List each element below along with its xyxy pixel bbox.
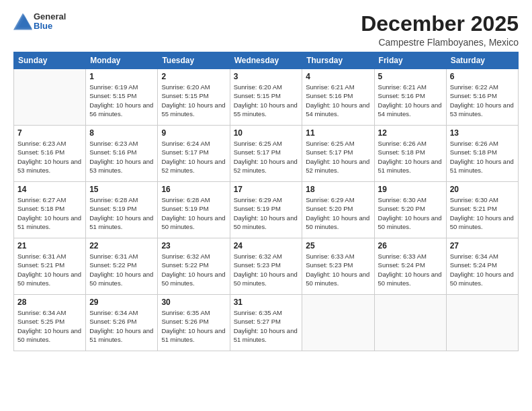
day-number: 31	[234, 298, 299, 307]
day-info: Sunrise: 6:28 AMSunset: 5:19 PMDaylight:…	[161, 195, 226, 231]
calendar-cell: 21Sunrise: 6:31 AMSunset: 5:21 PMDayligh…	[14, 238, 86, 295]
day-info: Sunrise: 6:21 AMSunset: 5:16 PMDaylight:…	[306, 83, 370, 118]
day-info: Sunrise: 6:20 AMSunset: 5:15 PMDaylight:…	[161, 83, 226, 118]
calendar-cell	[446, 295, 518, 351]
day-info: Sunrise: 6:32 AMSunset: 5:22 PMDaylight:…	[161, 252, 226, 287]
day-number: 13	[450, 128, 515, 138]
calendar-cell: 26Sunrise: 6:33 AMSunset: 5:24 PMDayligh…	[374, 238, 446, 295]
day-number: 19	[378, 185, 443, 194]
day-number: 8	[89, 128, 154, 138]
day-info: Sunrise: 6:33 AMSunset: 5:23 PMDaylight:…	[306, 252, 370, 287]
calendar-cell: 14Sunrise: 6:27 AMSunset: 5:18 PMDayligh…	[14, 182, 86, 238]
col-header-monday: Monday	[86, 52, 158, 69]
day-info: Sunrise: 6:26 AMSunset: 5:18 PMDaylight:…	[378, 139, 443, 175]
day-number: 23	[161, 241, 226, 250]
calendar-cell: 4Sunrise: 6:21 AMSunset: 5:16 PMDaylight…	[302, 69, 374, 126]
col-header-tuesday: Tuesday	[158, 52, 230, 69]
day-info: Sunrise: 6:32 AMSunset: 5:23 PMDaylight:…	[234, 252, 299, 287]
calendar-cell: 23Sunrise: 6:32 AMSunset: 5:22 PMDayligh…	[158, 238, 230, 295]
calendar-cell: 22Sunrise: 6:31 AMSunset: 5:22 PMDayligh…	[86, 238, 158, 295]
day-info: Sunrise: 6:33 AMSunset: 5:24 PMDaylight:…	[378, 252, 443, 287]
day-number: 26	[378, 241, 443, 250]
day-number: 21	[17, 241, 82, 250]
calendar-week-0: 1Sunrise: 6:19 AMSunset: 5:15 PMDaylight…	[14, 69, 519, 126]
calendar-table: SundayMondayTuesdayWednesdayThursdayFrid…	[13, 52, 519, 351]
calendar-cell: 11Sunrise: 6:25 AMSunset: 5:17 PMDayligh…	[302, 126, 374, 182]
logo-icon	[13, 12, 32, 31]
calendar-cell: 13Sunrise: 6:26 AMSunset: 5:18 PMDayligh…	[446, 126, 518, 182]
calendar-cell: 10Sunrise: 6:25 AMSunset: 5:17 PMDayligh…	[230, 126, 302, 182]
day-info: Sunrise: 6:19 AMSunset: 5:15 PMDaylight:…	[89, 83, 154, 118]
day-number: 10	[234, 128, 299, 138]
day-info: Sunrise: 6:34 AMSunset: 5:25 PMDaylight:…	[17, 308, 82, 344]
calendar-cell: 19Sunrise: 6:30 AMSunset: 5:20 PMDayligh…	[374, 182, 446, 238]
calendar-cell: 18Sunrise: 6:29 AMSunset: 5:20 PMDayligh…	[302, 182, 374, 238]
day-info: Sunrise: 6:35 AMSunset: 5:27 PMDaylight:…	[234, 308, 299, 344]
col-header-wednesday: Wednesday	[230, 52, 302, 69]
day-info: Sunrise: 6:22 AMSunset: 5:16 PMDaylight:…	[450, 83, 515, 118]
calendar-week-2: 14Sunrise: 6:27 AMSunset: 5:18 PMDayligh…	[14, 182, 519, 238]
calendar-cell	[14, 69, 86, 126]
day-number: 11	[306, 128, 370, 138]
logo-text: General Blue	[34, 12, 66, 32]
day-number: 12	[378, 128, 443, 138]
col-header-friday: Friday	[374, 52, 446, 69]
header: General Blue December 2025 Campestre Fla…	[13, 12, 519, 48]
logo-general: General	[34, 12, 66, 21]
calendar-cell: 30Sunrise: 6:35 AMSunset: 5:26 PMDayligh…	[158, 295, 230, 351]
calendar-cell: 7Sunrise: 6:23 AMSunset: 5:16 PMDaylight…	[14, 126, 86, 182]
calendar-week-3: 21Sunrise: 6:31 AMSunset: 5:21 PMDayligh…	[14, 238, 519, 295]
calendar-cell: 28Sunrise: 6:34 AMSunset: 5:25 PMDayligh…	[14, 295, 86, 351]
day-number: 14	[17, 185, 82, 194]
calendar-cell: 12Sunrise: 6:26 AMSunset: 5:18 PMDayligh…	[374, 126, 446, 182]
calendar-cell: 24Sunrise: 6:32 AMSunset: 5:23 PMDayligh…	[230, 238, 302, 295]
day-info: Sunrise: 6:21 AMSunset: 5:16 PMDaylight:…	[378, 83, 443, 118]
calendar-header-row: SundayMondayTuesdayWednesdayThursdayFrid…	[14, 52, 519, 69]
day-number: 15	[89, 185, 154, 194]
day-info: Sunrise: 6:24 AMSunset: 5:17 PMDaylight:…	[161, 139, 226, 175]
calendar-cell: 31Sunrise: 6:35 AMSunset: 5:27 PMDayligh…	[230, 295, 302, 351]
calendar-cell: 17Sunrise: 6:29 AMSunset: 5:19 PMDayligh…	[230, 182, 302, 238]
day-info: Sunrise: 6:31 AMSunset: 5:22 PMDaylight:…	[89, 252, 154, 287]
calendar-cell: 15Sunrise: 6:28 AMSunset: 5:19 PMDayligh…	[86, 182, 158, 238]
calendar-cell: 8Sunrise: 6:23 AMSunset: 5:16 PMDaylight…	[86, 126, 158, 182]
col-header-saturday: Saturday	[446, 52, 518, 69]
location-subtitle: Campestre Flamboyanes, Mexico	[361, 37, 519, 48]
day-number: 17	[234, 185, 299, 194]
title-block: December 2025 Campestre Flamboyanes, Mex…	[361, 12, 519, 48]
day-number: 3	[234, 72, 299, 81]
day-info: Sunrise: 6:31 AMSunset: 5:21 PMDaylight:…	[17, 252, 82, 287]
day-info: Sunrise: 6:30 AMSunset: 5:20 PMDaylight:…	[378, 195, 443, 231]
day-info: Sunrise: 6:30 AMSunset: 5:21 PMDaylight:…	[450, 195, 515, 231]
day-info: Sunrise: 6:25 AMSunset: 5:17 PMDaylight:…	[306, 139, 370, 175]
calendar-cell: 16Sunrise: 6:28 AMSunset: 5:19 PMDayligh…	[158, 182, 230, 238]
day-number: 2	[161, 72, 226, 81]
calendar-cell: 25Sunrise: 6:33 AMSunset: 5:23 PMDayligh…	[302, 238, 374, 295]
calendar-week-1: 7Sunrise: 6:23 AMSunset: 5:16 PMDaylight…	[14, 126, 519, 182]
day-number: 9	[161, 128, 226, 138]
day-number: 4	[306, 72, 370, 81]
calendar-cell: 2Sunrise: 6:20 AMSunset: 5:15 PMDaylight…	[158, 69, 230, 126]
day-number: 29	[89, 298, 154, 307]
month-title: December 2025	[361, 12, 519, 36]
calendar-cell: 6Sunrise: 6:22 AMSunset: 5:16 PMDaylight…	[446, 69, 518, 126]
day-number: 18	[306, 185, 370, 194]
page: General Blue December 2025 Campestre Fla…	[0, 0, 532, 411]
day-info: Sunrise: 6:27 AMSunset: 5:18 PMDaylight:…	[17, 195, 82, 231]
calendar-cell: 3Sunrise: 6:20 AMSunset: 5:15 PMDaylight…	[230, 69, 302, 126]
day-number: 7	[17, 128, 82, 138]
day-number: 1	[89, 72, 154, 81]
calendar-cell: 1Sunrise: 6:19 AMSunset: 5:15 PMDaylight…	[86, 69, 158, 126]
day-info: Sunrise: 6:23 AMSunset: 5:16 PMDaylight:…	[17, 139, 82, 175]
day-number: 5	[378, 72, 443, 81]
day-info: Sunrise: 6:23 AMSunset: 5:16 PMDaylight:…	[89, 139, 154, 175]
logo: General Blue	[13, 12, 66, 32]
day-number: 24	[234, 241, 299, 250]
day-info: Sunrise: 6:34 AMSunset: 5:24 PMDaylight:…	[450, 252, 515, 287]
day-info: Sunrise: 6:25 AMSunset: 5:17 PMDaylight:…	[234, 139, 299, 175]
day-info: Sunrise: 6:29 AMSunset: 5:19 PMDaylight:…	[234, 195, 299, 231]
day-info: Sunrise: 6:34 AMSunset: 5:26 PMDaylight:…	[89, 308, 154, 344]
col-header-sunday: Sunday	[14, 52, 86, 69]
day-number: 27	[450, 241, 515, 250]
calendar-cell: 20Sunrise: 6:30 AMSunset: 5:21 PMDayligh…	[446, 182, 518, 238]
